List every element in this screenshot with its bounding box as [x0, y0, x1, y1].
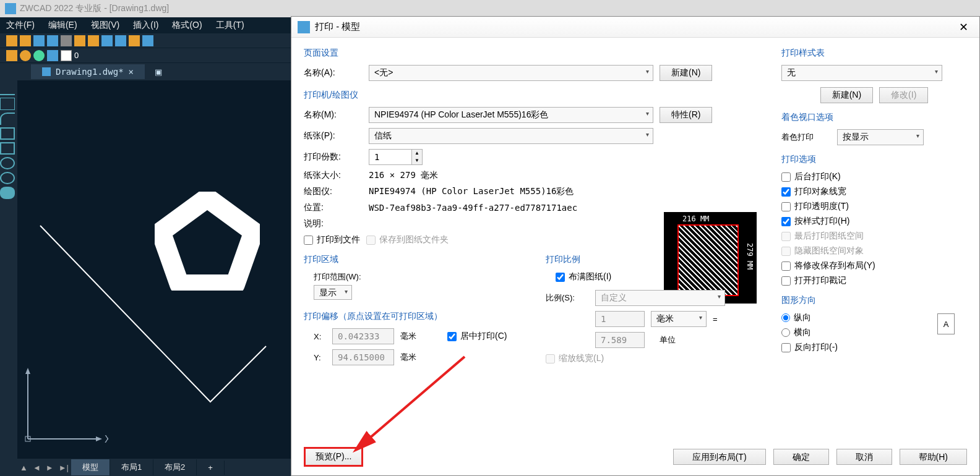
scale-unit-select[interactable]: 毫米 [651, 311, 707, 327]
close-tab-icon[interactable]: × [129, 67, 134, 77]
x-unit: 毫米 [400, 331, 416, 342]
menu-tools[interactable]: 工具(T) [216, 20, 244, 31]
document-tab[interactable]: Drawing1.dwg* × [31, 64, 145, 79]
redo-icon[interactable] [115, 35, 126, 46]
bg-print-checkbox[interactable]: 后台打印(K) [781, 171, 967, 182]
menu-edit[interactable]: 编辑(E) [48, 20, 77, 31]
close-button[interactable]: ✕ [954, 20, 973, 34]
table-tool-icon[interactable] [0, 291, 15, 303]
reverse-checkbox[interactable]: 反向打印(-) [781, 342, 967, 353]
cancel-button[interactable]: 取消 [836, 449, 892, 465]
last-paperspace-checkbox: 最后打印图纸空间 [781, 231, 967, 242]
block-tool-icon[interactable] [0, 276, 15, 288]
apply-layout-button[interactable]: 应用到布局(T) [673, 449, 766, 465]
copies-input[interactable] [369, 149, 412, 165]
save-icon[interactable] [33, 35, 45, 46]
paste-icon[interactable] [88, 35, 99, 46]
point-tool-icon[interactable] [0, 261, 15, 273]
hatch-tool-icon[interactable] [0, 246, 15, 258]
range-select[interactable]: 显示 [314, 285, 352, 300]
drawing-canvas[interactable]: X Y ▲ ◄ ► ►| 模型 布局1 布局2 + [0, 80, 291, 476]
line-tool-icon[interactable] [0, 83, 15, 95]
scale-lw-checkbox: 缩放线宽(L) [546, 353, 769, 364]
copies-spinner[interactable]: ▲▼ [369, 149, 423, 165]
paper-select[interactable]: 信纸 [369, 128, 653, 144]
zoom-icon[interactable] [142, 35, 153, 46]
page-name-select[interactable]: <无> [369, 65, 653, 81]
offset-group: 打印偏移（原点设置在可打印区域） X: 毫米 居中打印(C) Y: 毫米 [304, 311, 527, 365]
offset-title: 打印偏移（原点设置在可打印区域） [304, 311, 527, 322]
menu-format[interactable]: 格式(O) [172, 20, 202, 31]
tab-add-layout[interactable]: + [197, 461, 225, 475]
transparency-checkbox[interactable]: 打印透明度(T) [781, 201, 967, 212]
undo-icon[interactable] [101, 35, 113, 46]
preview-button[interactable]: 预览(P)... [304, 447, 363, 467]
style-select[interactable]: 无 [781, 65, 942, 81]
paper-size-label: 纸张大小: [304, 170, 363, 181]
spin-down-icon[interactable]: ▼ [412, 157, 422, 164]
ellipse-tool-icon[interactable] [0, 172, 15, 184]
stamp-checkbox[interactable]: 打开打印戳记 [781, 275, 967, 286]
paper-size-value: 216 × 279 毫米 [369, 170, 438, 181]
open-icon[interactable] [20, 35, 31, 46]
tab-nav-first-icon[interactable]: ▲ [17, 463, 30, 472]
pan-icon[interactable] [129, 35, 140, 46]
style-new-button[interactable]: 新建(N) [820, 87, 873, 103]
y-unit: 毫米 [400, 352, 416, 363]
orient-title: 图形方向 [781, 295, 967, 306]
ok-button[interactable]: 确定 [773, 449, 829, 465]
text-tool-icon[interactable] [0, 231, 15, 244]
tab-layout1[interactable]: 布局1 [110, 459, 153, 475]
x-input[interactable] [332, 328, 394, 344]
tab-nav-last-icon[interactable]: ►| [56, 463, 71, 472]
preview-paper-icon [677, 224, 739, 296]
shade-select[interactable]: 按显示 [837, 129, 924, 145]
tab-layout2[interactable]: 布局2 [153, 459, 197, 475]
x-label: X: [314, 332, 326, 341]
printer-props-button[interactable]: 特性(R) [660, 107, 712, 123]
copy-icon[interactable] [74, 35, 85, 46]
printer-name-select[interactable]: NPIE94974 (HP Color LaserJet M555)16彩色 [369, 107, 653, 123]
new-icon[interactable] [6, 35, 17, 46]
spline-tool-icon[interactable] [0, 202, 15, 214]
menu-view[interactable]: 视图(V) [91, 20, 120, 31]
arc-tool-icon[interactable] [0, 113, 15, 125]
color-swatch[interactable] [61, 50, 72, 61]
page-new-button[interactable]: 新建(N) [660, 65, 712, 81]
svg-text:X: X [105, 434, 108, 444]
print-to-file-checkbox[interactable]: 打印到文件 [304, 234, 360, 245]
save-layout-checkbox[interactable]: 将修改保存到布局(Y) [781, 260, 967, 271]
sun-icon[interactable] [20, 50, 31, 61]
denom-unit: 单位 [660, 334, 676, 346]
shade-label: 着色打印 [781, 132, 831, 143]
polygon-tool-icon[interactable] [0, 127, 15, 140]
tab-nav-next-icon[interactable]: ► [43, 463, 56, 472]
tab-label: Drawing1.dwg* [56, 67, 124, 77]
print-icon[interactable] [47, 35, 58, 46]
polyline-tool-icon[interactable] [0, 98, 15, 110]
help-button[interactable]: 帮助(H) [900, 449, 967, 465]
tab-nav-prev-icon[interactable]: ◄ [30, 463, 43, 472]
rect-tool-icon[interactable] [0, 142, 15, 155]
dialog-titlebar: 打印 - 模型 ✕ [291, 17, 979, 38]
y-label: Y: [314, 353, 326, 362]
center-checkbox[interactable]: 居中打印(C) [447, 331, 507, 342]
cut-icon[interactable] [61, 35, 72, 46]
y-input[interactable] [332, 349, 394, 365]
lock-icon[interactable] [47, 50, 58, 61]
circle-tool-icon[interactable] [0, 157, 15, 169]
lw-checkbox[interactable]: 打印对象线宽 [781, 186, 967, 197]
cloud-tool-icon[interactable] [0, 187, 15, 199]
style-print-checkbox[interactable]: 按样式打印(H) [781, 216, 967, 227]
spin-up-icon[interactable]: ▲ [412, 150, 422, 157]
orientation-icon: A [937, 313, 955, 334]
layer-icon[interactable] [6, 50, 17, 61]
move-tool-icon[interactable] [0, 216, 15, 229]
range-label: 打印范围(W): [314, 271, 527, 283]
tab-model[interactable]: 模型 [71, 459, 110, 475]
orientation-group: 图形方向 纵向 横向 反向打印(-) A [781, 295, 967, 353]
menu-insert[interactable]: 插入(I) [133, 20, 158, 31]
freeze-icon[interactable] [33, 50, 45, 61]
menu-file[interactable]: 文件(F) [6, 20, 35, 31]
add-tab-button[interactable]: ▣ [150, 67, 167, 77]
